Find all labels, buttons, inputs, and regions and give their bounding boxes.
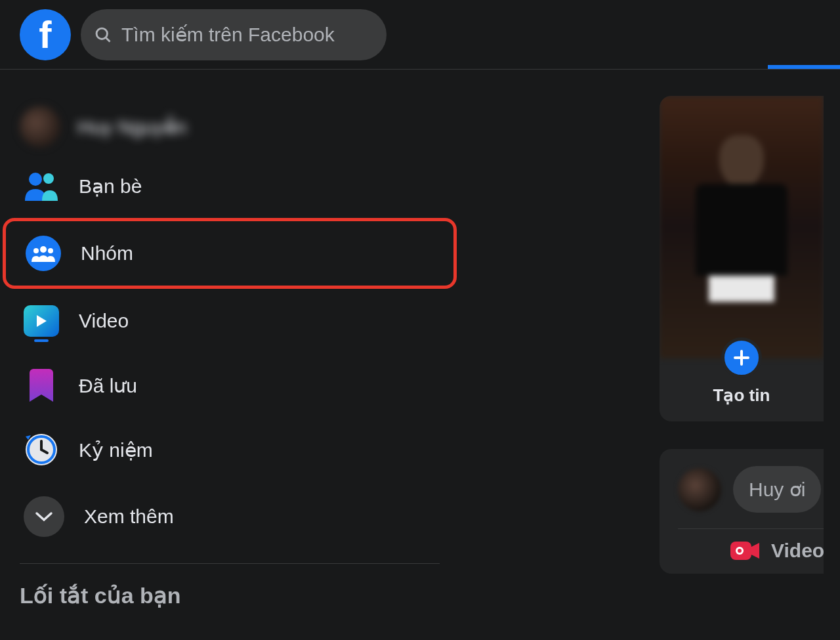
live-video-label: Video [771, 540, 824, 562]
create-story-label: Tạo tin [660, 385, 824, 406]
search-icon [94, 26, 112, 44]
nav-label: Video [79, 310, 129, 332]
svg-point-4 [40, 246, 47, 253]
clock-icon [24, 432, 59, 467]
post-composer: Huy ơi Video [660, 449, 824, 574]
nav-label: Xem thêm [84, 505, 174, 528]
profile-avatar [20, 106, 60, 147]
divider [20, 563, 440, 564]
svg-point-6 [48, 248, 53, 253]
svg-point-2 [29, 173, 42, 186]
svg-point-3 [43, 173, 54, 184]
profile-link[interactable]: Huy Nguyễn [0, 100, 459, 154]
nav-label: Kỷ niệm [79, 438, 153, 461]
main-content: Tạo tin Huy ơi Video [660, 96, 840, 574]
bookmark-icon [24, 368, 59, 403]
live-video-button[interactable]: Video [678, 529, 824, 574]
nav-friends[interactable]: Bạn bè [0, 154, 459, 218]
story-preview-image [660, 96, 824, 358]
composer-avatar[interactable] [678, 468, 721, 511]
nav-video[interactable]: Video [0, 289, 459, 353]
friends-icon [24, 168, 59, 203]
left-sidebar: Huy Nguyễn Bạn bè Nhóm [0, 70, 459, 608]
groups-icon [26, 236, 61, 271]
video-icon [24, 303, 59, 339]
create-story-card[interactable]: Tạo tin [660, 96, 824, 421]
svg-point-5 [33, 248, 39, 253]
nav-label: Nhóm [81, 242, 133, 265]
nav-saved[interactable]: Đã lưu [0, 353, 459, 417]
shortcuts-title: Lối tắt của bạn [0, 582, 459, 608]
facebook-logo[interactable]: f [20, 9, 71, 60]
nav-label: Đã lưu [79, 374, 137, 397]
top-header: f Tìm kiếm trên Facebook [0, 0, 840, 70]
search-placeholder: Tìm kiếm trên Facebook [121, 23, 335, 46]
search-bar[interactable]: Tìm kiếm trên Facebook [81, 9, 387, 60]
nav-see-more[interactable]: Xem thêm [0, 482, 459, 551]
active-tab-indicator [768, 65, 840, 69]
composer-input[interactable]: Huy ơi [733, 466, 821, 513]
nav-label: Bạn bè [79, 175, 142, 198]
profile-name: Huy Nguyễn [77, 116, 186, 139]
svg-point-15 [738, 549, 742, 553]
svg-line-1 [106, 37, 110, 41]
svg-point-0 [96, 28, 107, 39]
live-video-icon [730, 540, 761, 561]
add-story-button[interactable] [721, 337, 762, 378]
nav-memories[interactable]: Kỷ niệm [0, 417, 459, 482]
plus-icon [732, 349, 751, 367]
chevron-down-icon [24, 496, 64, 537]
nav-groups[interactable]: Nhóm [3, 218, 457, 289]
